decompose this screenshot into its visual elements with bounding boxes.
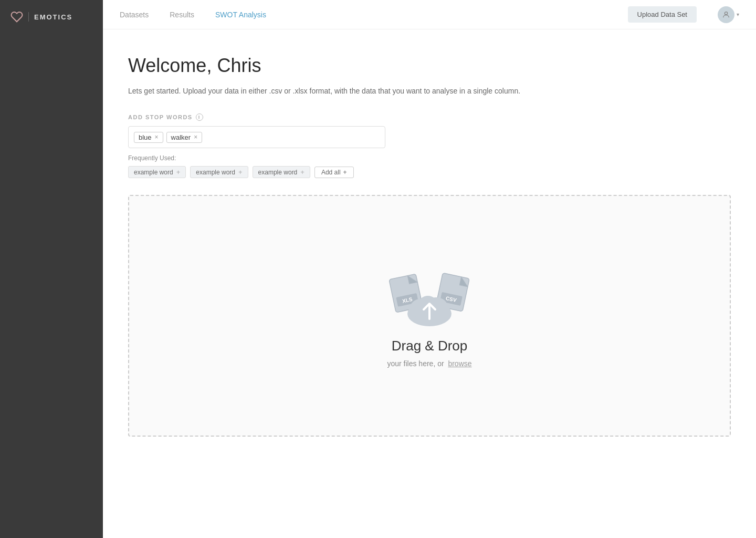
freq-word-2-label: example word [196,169,235,176]
drop-icon-area: XLS CSV [382,264,477,327]
upload-dataset-button[interactable]: Upload Data Set [628,6,697,23]
file-drop-zone[interactable]: XLS CSV [128,195,731,437]
tag-blue-remove[interactable]: × [155,134,159,140]
freq-word-1-plus: + [176,168,181,176]
svg-point-0 [724,12,727,14]
nav-swot[interactable]: SWOT Analysis [215,8,266,21]
stop-words-label: ADD STOP WORDS i [128,113,731,121]
freq-word-2-plus: + [238,168,243,176]
drop-zone-subtitle: your files here, or browse [387,359,471,368]
logo-divider [28,12,29,22]
sidebar: EMOTICS [0,0,103,538]
add-all-plus: + [343,169,347,176]
user-avatar[interactable] [718,6,734,23]
cloud-upload-icon [401,281,458,327]
freq-word-3[interactable]: example word + [253,166,310,178]
freq-word-2[interactable]: example word + [190,166,248,178]
freq-word-1[interactable]: example word + [128,166,186,178]
user-menu[interactable]: ▾ [718,6,739,23]
tag-walker-remove[interactable]: × [194,134,197,140]
add-all-label: Add all [321,169,341,176]
chevron-down-icon: ▾ [737,12,739,17]
logo-area: EMOTICS [0,0,83,34]
welcome-heading: Welcome, Chris [128,55,731,77]
add-all-button[interactable]: Add all + [314,167,354,178]
stop-words-input-container[interactable]: blue × walker × [128,126,385,148]
app-name: EMOTICS [34,13,72,21]
tag-walker: walker × [166,132,203,143]
nav-results[interactable]: Results [170,8,194,21]
freq-word-3-label: example word [258,169,298,176]
tag-walker-text: walker [171,133,191,141]
browse-link[interactable]: browse [448,359,471,368]
frequently-used-label: Frequently Used: [128,154,731,162]
top-nav: Datasets Results SWOT Analysis Upload Da… [103,0,756,29]
tag-blue-text: blue [139,133,152,141]
freq-word-3-plus: + [300,168,304,176]
frequently-used-words: example word + example word + example wo… [128,166,731,178]
stop-words-text-input[interactable] [205,133,380,141]
freq-word-1-label: example word [134,169,173,176]
nav-datasets[interactable]: Datasets [120,8,149,21]
main-content: Datasets Results SWOT Analysis Upload Da… [103,0,756,538]
info-icon[interactable]: i [196,113,203,121]
tag-blue: blue × [134,132,163,143]
user-icon [722,11,730,19]
welcome-subtitle: Lets get started. Upload your data in ei… [128,85,601,97]
page-content: Welcome, Chris Lets get started. Upload … [103,29,756,538]
drop-zone-title: Drag & Drop [392,338,468,354]
heart-icon [10,11,23,23]
